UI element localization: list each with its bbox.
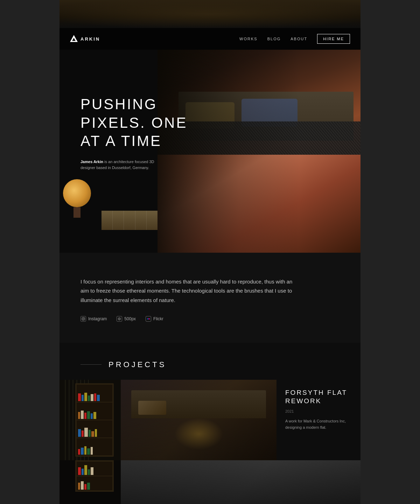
social-instagram[interactable]: Instagram [80,316,107,322]
svg-point-6 [148,318,150,320]
hero-author-desc: James Arkin is an architecture focused 3… [80,159,164,171]
projects-section: PROJECTS [59,343,360,504]
project-second-right-img [121,460,360,504]
project-name: FORSYTH FLATREWORK [285,388,352,406]
nav-blog[interactable]: BLOG [267,37,281,41]
project-info: FORSYTH FLATREWORK 2021 A work for Mark … [276,380,360,460]
hero-content: PUSHING PIXELS. ONE AT A TIME James Arki… [80,95,192,171]
nav-about[interactable]: ABOUT [290,37,307,41]
flickr-label: Flickr [153,316,163,321]
social-500px[interactable]: 500px [117,316,136,322]
lamp-base [74,207,80,218]
projects-header: PROJECTS [59,360,360,380]
logo-area: ARKIN [70,35,100,43]
500px-label: 500px [124,316,136,321]
project-second-row [59,460,360,504]
lamp-globe [63,179,91,207]
hero-title: PUSHING PIXELS. ONE AT A TIME [80,95,192,150]
page-inner: ARKIN WORKS BLOG ABOUT HIRE ME [59,0,360,504]
nav-works[interactable]: WORKS [239,37,258,41]
svg-point-2 [84,318,84,318]
hire-me-button[interactable]: HIRE ME [317,34,350,44]
project-cards-row: FORSYTH FLATREWORK 2021 A work for Mark … [59,380,360,460]
project-second-left [59,460,121,504]
500px-icon [117,316,122,322]
hero-section: PUSHING PIXELS. ONE AT A TIME James Arki… [59,50,360,253]
project-year: 2021 [285,409,352,413]
hero-author-name: James Arkin [80,160,103,164]
about-section: I focus on representing interiors and ho… [59,253,360,343]
project-bookshelf-image [59,380,121,460]
thumb-3 [124,211,135,230]
thumb-4 [135,211,147,230]
svg-point-5 [147,318,148,320]
project-bedroom-image [121,380,276,460]
social-links: Instagram 500px [80,316,340,322]
project-desc: A work for Mark & Constructors Inc, desi… [285,418,352,430]
project-name-text: FORSYTH FLATREWORK [285,389,347,405]
page-outer: ARKIN WORKS BLOG ABOUT HIRE ME [0,0,420,504]
social-flickr[interactable]: Flickr [146,316,163,322]
flickr-icon [146,316,151,322]
thumb-1 [102,211,113,230]
thumb-5 [147,211,158,230]
about-text: I focus on representing interiors and ho… [80,277,298,305]
navigation: ARKIN WORKS BLOG ABOUT HIRE ME [59,28,360,50]
instagram-icon [80,316,86,322]
nav-links: WORKS BLOG ABOUT HIRE ME [239,34,350,44]
svg-point-4 [119,318,120,319]
projects-title: PROJECTS [108,360,166,369]
hero-texture-band [59,0,360,28]
lamp [59,179,94,218]
svg-point-3 [118,317,121,320]
projects-divider [80,364,102,365]
logo-icon [70,35,78,43]
svg-point-1 [83,318,84,320]
hero-thumbnail [102,211,158,230]
thumb-2 [113,211,124,230]
instagram-label: Instagram [88,316,107,321]
logo-text: ARKIN [80,36,100,42]
